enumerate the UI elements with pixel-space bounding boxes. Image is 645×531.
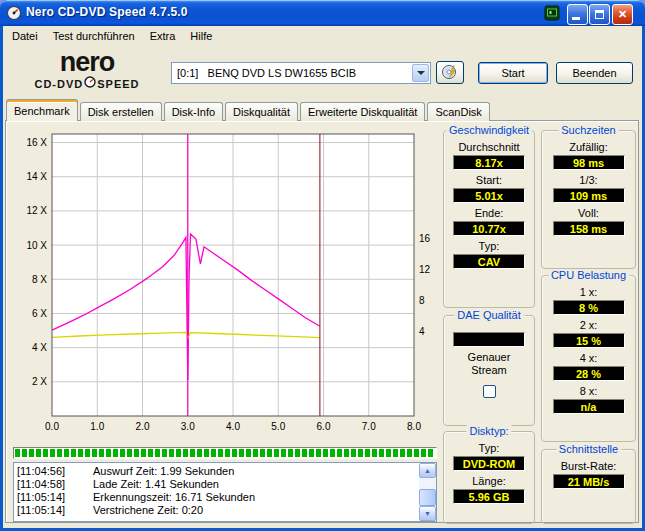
- svg-text:5.0: 5.0: [271, 421, 285, 432]
- start-button[interactable]: Start: [478, 62, 548, 84]
- tab-disk-erstellen[interactable]: Disk erstellen: [80, 102, 162, 121]
- disc-icon: [441, 64, 459, 80]
- accurate-stream-checkbox[interactable]: [483, 385, 496, 398]
- logo-brand-text: nero: [11, 48, 163, 76]
- log-panel: [11:04:56]Auswurf Zeit: 1.99 Sekunden[11…: [13, 462, 437, 522]
- close-button[interactable]: ✕: [612, 4, 633, 25]
- tab-benchmark[interactable]: Benchmark: [6, 99, 78, 121]
- svg-text:8 X: 8 X: [32, 274, 47, 285]
- benchmark-chart: 16 X14 X12 X10 X8 X6 X4 X2 X0.01.02.03.0…: [12, 126, 440, 440]
- titlebar[interactable]: Nero CD-DVD Speed 4.7.5.0 ✕: [0, 0, 645, 26]
- group-title: Suchzeiten: [558, 124, 618, 136]
- value-display: 28 %: [553, 366, 625, 381]
- svg-text:8: 8: [419, 295, 425, 306]
- window-body: DateiTest durchführenExtraHilfe nero CD-…: [3, 26, 642, 528]
- logo-product-right: SPEED: [97, 77, 139, 91]
- accurate-stream-label-1: Genauer: [444, 351, 534, 364]
- svg-text:10 X: 10 X: [26, 240, 47, 251]
- value-display: 10.77x: [453, 221, 525, 236]
- log-text: Auswurf Zeit: 1.99 Sekunden: [93, 465, 234, 477]
- dropdown-arrow-icon[interactable]: [412, 64, 429, 82]
- log-timestamp: [11:04:58]: [17, 478, 93, 490]
- group-geschwindigkeit: Geschwindigkeit Durchschnitt8.17xStart:5…: [443, 130, 535, 308]
- svg-text:3.0: 3.0: [181, 421, 195, 432]
- accurate-stream-label-2: Stream: [444, 364, 534, 377]
- nero-logo: nero CD-DVD SPEED: [11, 48, 163, 96]
- tab-disk-info[interactable]: Disk-Info: [164, 102, 223, 121]
- value-display: 8.17x: [453, 155, 525, 170]
- value-display: 158 ms: [553, 221, 625, 236]
- menu-hilfe[interactable]: Hilfe: [183, 27, 220, 45]
- value-display: 109 ms: [553, 188, 625, 203]
- group-cpu-belastung: CPU Belastung 1 x:8 %2 x:15 %4 x:28 %8 x…: [541, 275, 636, 442]
- progress-bar: [13, 447, 437, 459]
- scroll-thumb[interactable]: [419, 489, 436, 506]
- maximize-button[interactable]: [589, 4, 610, 25]
- svg-text:2 X: 2 X: [32, 376, 47, 387]
- log-text: Lade Zeit: 1.41 Sekunden: [93, 478, 219, 490]
- tab-diskqualitaet[interactable]: Diskqualität: [225, 102, 298, 121]
- log-entry[interactable]: [11:05:14]Verstrichene Zeit: 0:20: [17, 504, 419, 517]
- field-label: 1 x:: [542, 286, 635, 299]
- app-gauge-icon: [6, 5, 22, 21]
- scroll-down-icon[interactable]: ▼: [419, 506, 436, 521]
- group-title: DAE Qualität: [454, 309, 524, 321]
- progress-fill: [15, 449, 435, 457]
- titlebar-status-icon: [544, 5, 560, 21]
- group-title: Schnittstelle: [556, 443, 621, 455]
- drive-selector[interactable]: [0:1] BENQ DVD LS DW1655 BCIB: [171, 62, 431, 84]
- menu-datei[interactable]: Datei: [5, 27, 46, 45]
- svg-text:12: 12: [419, 264, 431, 275]
- field-label: 8 x:: [542, 385, 635, 398]
- scroll-up-icon[interactable]: ▲: [419, 463, 436, 478]
- minimize-button[interactable]: [567, 4, 588, 25]
- speedometer-icon: [84, 76, 96, 91]
- field-label: Ende:: [444, 207, 534, 220]
- field-label: Durchschnitt: [444, 141, 534, 154]
- log-timestamp: [11:05:14]: [17, 491, 93, 503]
- svg-text:16: 16: [419, 233, 431, 244]
- log-list: [11:04:56]Auswurf Zeit: 1.99 Sekunden[11…: [14, 463, 419, 521]
- value-display: 98 ms: [553, 155, 625, 170]
- svg-text:4: 4: [419, 326, 425, 337]
- svg-text:4 X: 4 X: [32, 342, 47, 353]
- value-display: 5.96 GB: [453, 489, 525, 504]
- quit-button[interactable]: Beenden: [556, 62, 633, 84]
- field-label: Voll:: [542, 207, 635, 220]
- field-label: 4 x:: [542, 352, 635, 365]
- log-scrollbar[interactable]: ▲ ▼: [419, 463, 436, 521]
- group-disktyp: Disktyp: Typ:DVD-ROMLänge:5.96 GB: [443, 431, 535, 524]
- svg-text:14 X: 14 X: [26, 171, 47, 182]
- log-entry[interactable]: [11:04:58]Lade Zeit: 1.41 Sekunden: [17, 478, 419, 491]
- svg-text:1.0: 1.0: [90, 421, 104, 432]
- log-text: Verstrichene Zeit: 0:20: [93, 504, 203, 516]
- log-timestamp: [11:05:14]: [17, 504, 93, 516]
- field-label: 1/3:: [542, 174, 635, 187]
- value-display: DVD-ROM: [453, 456, 525, 471]
- field-label: Typ:: [444, 240, 534, 253]
- group-suchzeiten: Suchzeiten Zufällig:98 ms1/3:109 msVoll:…: [541, 130, 636, 269]
- drive-selector-value: [0:1] BENQ DVD LS DW1655 BCIB: [177, 67, 356, 79]
- log-timestamp: [11:04:56]: [17, 465, 93, 477]
- menu-extra[interactable]: Extra: [143, 27, 184, 45]
- field-label: Start:: [444, 174, 534, 187]
- svg-text:7.0: 7.0: [362, 421, 376, 432]
- svg-text:6.0: 6.0: [317, 421, 331, 432]
- log-entry[interactable]: [11:05:14]Erkennungszeit: 16.71 Sekunden: [17, 491, 419, 504]
- value-display: 5.01x: [453, 188, 525, 203]
- menu-test-durchfuehren[interactable]: Test durchführen: [46, 27, 143, 45]
- tab-erweiterte-diskqualitaet[interactable]: Erweiterte Diskqualität: [300, 102, 425, 121]
- menubar: DateiTest durchführenExtraHilfe: [3, 27, 642, 46]
- dae-quality-display: [453, 332, 525, 347]
- tab-scandisk[interactable]: ScanDisk: [427, 102, 489, 121]
- svg-text:8.0: 8.0: [407, 421, 421, 432]
- tabstrip: BenchmarkDisk erstellenDisk-InfoDiskqual…: [6, 99, 492, 121]
- logo-product-left: CD-DVD: [34, 77, 83, 91]
- svg-text:16 X: 16 X: [26, 137, 47, 148]
- svg-text:6 X: 6 X: [32, 308, 47, 319]
- field-label: Typ:: [444, 442, 534, 455]
- logo-product-line: CD-DVD SPEED: [11, 76, 163, 91]
- eject-disc-button[interactable]: [436, 61, 464, 84]
- log-entry[interactable]: [11:04:56]Auswurf Zeit: 1.99 Sekunden: [17, 465, 419, 478]
- value-display: 21 MB/s: [553, 474, 625, 489]
